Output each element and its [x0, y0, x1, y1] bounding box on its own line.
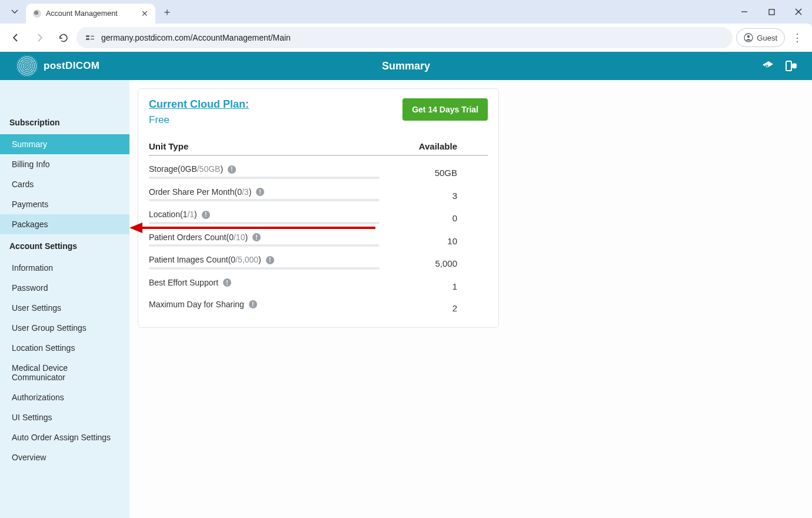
url-text: germany.postdicom.com/AccountManagement/…	[101, 33, 291, 42]
info-icon[interactable]: !	[249, 300, 257, 308]
available-value: 10	[384, 233, 478, 246]
unit-label: Location(1/1) !	[149, 210, 384, 224]
svg-rect-1	[769, 9, 774, 15]
progress-bar	[149, 222, 380, 224]
nav-forward-button[interactable]	[29, 28, 49, 48]
logout-icon[interactable]	[784, 58, 799, 74]
sidebar-item-user-group-settings[interactable]: User Group Settings	[0, 318, 129, 338]
window-minimize-button[interactable]	[731, 2, 758, 21]
browser-menu-button[interactable]: ⋮	[788, 31, 806, 44]
available-value: 1	[384, 278, 478, 291]
favicon-icon	[33, 9, 41, 18]
browser-chrome: Account Management ✕ ＋ germany.postdi	[0, 0, 812, 52]
tab-close-button[interactable]: ✕	[141, 9, 148, 18]
progress-bar	[149, 199, 380, 201]
sidebar-item-overview[interactable]: Overview	[0, 447, 129, 467]
sidebar-item-information[interactable]: Information	[0, 258, 129, 278]
sidebar-item-auto-order-assign-settings[interactable]: Auto Order Assign Settings	[0, 427, 129, 447]
window-close-button[interactable]	[785, 2, 812, 21]
sidebar-item-packages[interactable]: Packages	[0, 214, 129, 234]
sidebar: SubscriptionSummaryBilling InfoCardsPaym…	[0, 80, 129, 518]
sidebar-item-summary[interactable]: Summary	[0, 134, 129, 154]
arrow-left-icon	[11, 32, 21, 43]
info-icon[interactable]: !	[252, 233, 261, 241]
brand-logo-icon	[16, 55, 38, 77]
address-bar[interactable]: germany.postdicom.com/AccountManagement/…	[76, 27, 733, 48]
guest-label: Guest	[757, 34, 777, 42]
nav-reload-button[interactable]	[53, 28, 73, 48]
unit-label: Storage(0GB/50GB) !	[149, 164, 384, 179]
sidebar-item-ui-settings[interactable]: UI Settings	[0, 407, 129, 427]
sidebar-section-title: Subscription	[0, 111, 129, 134]
svg-text:$: $	[766, 64, 768, 68]
usage-row: Best Effort Support !1	[149, 270, 488, 291]
tab-search-dropdown[interactable]	[7, 4, 22, 19]
browser-tab[interactable]: Account Management ✕	[26, 4, 155, 24]
info-icon[interactable]: !	[202, 211, 210, 219]
get-trial-button[interactable]: Get 14 Days Trial	[402, 98, 488, 121]
available-value: 2	[384, 300, 478, 313]
progress-bar	[149, 244, 380, 247]
table-header: Unit Type Available	[149, 141, 488, 156]
svg-rect-4	[86, 35, 89, 37]
col-unit-type: Unit Type	[149, 141, 384, 151]
current-plan-link[interactable]: Current Cloud Plan:	[149, 98, 249, 111]
sidebar-item-password[interactable]: Password	[0, 278, 129, 298]
unit-label: Maximum Day for Sharing !	[149, 300, 384, 310]
usage-rows: Storage(0GB/50GB) !50GBOrder Share Per M…	[149, 156, 488, 313]
sidebar-item-user-settings[interactable]: User Settings	[0, 298, 129, 318]
info-icon[interactable]: !	[256, 188, 264, 196]
sidebar-item-authorizations[interactable]: Authorizations	[0, 387, 129, 407]
brand-text: postDICOM	[44, 60, 99, 72]
unit-label: Best Effort Support !	[149, 278, 384, 288]
nav-back-button[interactable]	[6, 28, 26, 48]
unit-label: Order Share Per Month(0/3) !	[149, 187, 384, 202]
info-icon[interactable]: !	[228, 165, 236, 174]
sidebar-item-medical-device-communicator[interactable]: Medical Device Communicator	[0, 358, 129, 387]
available-value: 5,000	[384, 255, 478, 268]
svg-point-9	[747, 35, 750, 38]
progress-bar	[149, 177, 380, 179]
site-settings-icon[interactable]	[85, 32, 95, 43]
svg-rect-12	[786, 61, 791, 71]
usage-row: Patient Orders Count(0/10) !10	[149, 224, 488, 247]
window-maximize-button[interactable]	[758, 2, 785, 21]
sidebar-item-billing-info[interactable]: Billing Info	[0, 154, 129, 174]
usage-row: Order Share Per Month(0/3) !3	[149, 179, 488, 202]
brand[interactable]: postDICOM	[0, 55, 99, 77]
tab-title: Account Management	[46, 9, 137, 18]
tab-strip: Account Management ✕ ＋	[0, 0, 812, 24]
window-controls	[731, 0, 812, 24]
profile-guest-button[interactable]: Guest	[736, 28, 785, 47]
svg-rect-5	[86, 38, 89, 40]
page-title: Summary	[382, 60, 430, 72]
info-icon[interactable]: !	[223, 278, 231, 287]
usage-row: Patient Images Count(0/5,000) !5,000	[149, 247, 488, 270]
sidebar-section-title: Account Settings	[0, 234, 129, 258]
main-content: Current Cloud Plan: Free Get 14 Days Tri…	[129, 80, 812, 518]
reload-icon	[58, 33, 68, 43]
unit-label: Patient Images Count(0/5,000) !	[149, 255, 384, 270]
new-tab-button[interactable]: ＋	[159, 4, 175, 20]
col-available: Available	[384, 141, 478, 151]
unit-label: Patient Orders Count(0/10) !	[149, 233, 384, 247]
sidebar-item-cards[interactable]: Cards	[0, 174, 129, 194]
current-plan-value: Free	[149, 114, 249, 126]
maximize-icon	[768, 9, 775, 15]
available-value: 0	[384, 210, 478, 223]
info-icon[interactable]: !	[266, 256, 274, 264]
chevron-down-icon	[11, 8, 18, 15]
pricing-icon[interactable]: $	[760, 58, 776, 74]
browser-toolbar: germany.postdicom.com/AccountManagement/…	[0, 24, 812, 52]
header-actions: $	[760, 58, 812, 74]
minimize-icon	[741, 8, 748, 15]
sidebar-item-payments[interactable]: Payments	[0, 194, 129, 214]
available-value: 3	[384, 187, 478, 201]
available-value: 50GB	[384, 164, 478, 178]
guest-icon	[744, 33, 753, 42]
app-header: postDICOM Summary $	[0, 52, 812, 80]
sidebar-item-location-settings[interactable]: Location Settings	[0, 338, 129, 358]
usage-row: Storage(0GB/50GB) !50GB	[149, 156, 488, 179]
progress-bar	[149, 267, 380, 270]
close-icon	[795, 8, 802, 15]
